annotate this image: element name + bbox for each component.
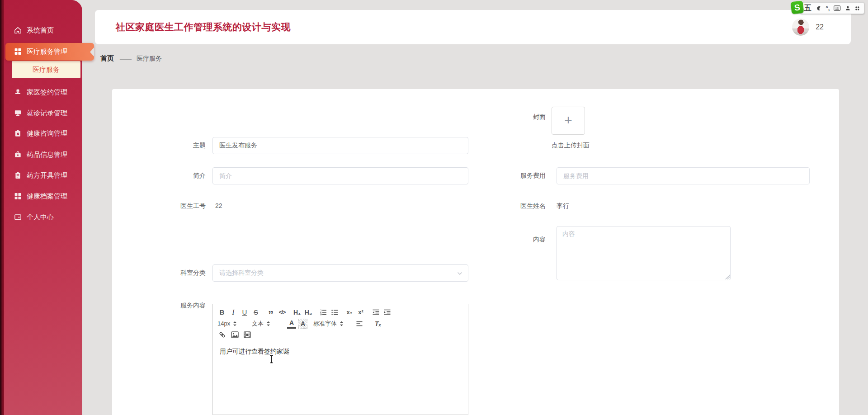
sidebar-item-label: 就诊记录管理 [27, 109, 67, 118]
sidebar-item-personal-center[interactable]: 个人中心 [4, 209, 82, 225]
content-textarea[interactable] [557, 226, 731, 280]
rich-text-editor: B I U S ” </> H₁ H₂ [212, 304, 468, 415]
bullet-list-button[interactable] [330, 307, 339, 317]
ordered-list-button[interactable] [319, 307, 328, 317]
stamp-icon [14, 89, 22, 96]
grid-icon [14, 193, 22, 200]
paragraph-format-select[interactable]: 文本 [252, 320, 281, 328]
sidebar-subitem-medical-service[interactable]: 医疗服务 [12, 61, 80, 78]
prescription-icon [14, 172, 22, 179]
ime-wubi-mode[interactable]: 五 [804, 5, 811, 12]
sidebar-panel: 系统首页 医疗服务管理 医疗服务 家医签约管理 [4, 0, 82, 415]
theme-input[interactable] [212, 137, 468, 154]
id-card-icon [14, 213, 22, 221]
strike-button[interactable]: S [251, 307, 260, 317]
text-color-button[interactable]: A [287, 319, 296, 329]
sidebar-item-health-archives[interactable]: 健康档案管理 [4, 188, 82, 204]
sidebar-item-medical-service-mgmt[interactable]: 医疗服务管理 [4, 43, 82, 60]
text-cursor [269, 355, 274, 363]
toolbox-grid-icon[interactable] [854, 5, 860, 12]
sidebar-item-label: 系统首页 [27, 26, 54, 35]
doctor-name-value: 李行 [557, 202, 569, 210]
department-select[interactable]: 请选择科室分类 [212, 264, 468, 282]
doctor-id-value: 22 [215, 202, 222, 209]
fee-label: 服务费用 [491, 172, 546, 180]
blockquote-button[interactable]: ” [266, 307, 275, 317]
department-label: 科室分类 [151, 269, 206, 277]
header2-button[interactable]: H₂ [304, 307, 313, 317]
outdent-button[interactable] [371, 307, 380, 317]
sidebar-item-family-doctor-sign[interactable]: 家医签约管理 [4, 84, 82, 100]
editor-text: 用户可进行查看签约家诞 [220, 348, 289, 355]
sidebar-item-home[interactable]: 系统首页 [4, 22, 82, 38]
sidebar-item-label: 个人中心 [27, 213, 54, 222]
sidebar-item-prescription[interactable]: 药方开具管理 [4, 167, 82, 184]
user-id-label: 22 [816, 23, 824, 31]
keyboard-icon[interactable] [834, 5, 840, 11]
sogou-logo[interactable]: S [791, 1, 804, 14]
sidebar: 系统首页 医疗服务管理 医疗服务 家医签约管理 [0, 0, 82, 415]
font-size-value: 14px [217, 320, 230, 327]
home-icon [14, 27, 22, 34]
italic-button[interactable]: I [229, 307, 238, 317]
font-size-select[interactable]: 14px [217, 320, 245, 327]
fee-input[interactable] [557, 167, 810, 184]
link-button[interactable] [217, 330, 226, 340]
ime-punct-mode[interactable]: °, [826, 5, 830, 11]
sidebar-item-health-consult[interactable]: 健康咨询管理 [4, 125, 82, 141]
sidebar-item-label: 健康咨询管理 [27, 129, 67, 138]
subscript-button[interactable]: x₂ [345, 307, 354, 317]
sidebar-item-label: 药品信息管理 [27, 151, 67, 159]
bold-button[interactable]: B [217, 307, 226, 317]
editor-content[interactable]: 用户可进行查看签约家诞 [213, 342, 468, 415]
indent-button[interactable] [382, 307, 392, 317]
monitor-icon [14, 109, 22, 117]
underline-button[interactable]: U [240, 307, 249, 317]
breadcrumb: 首页 —— 医疗服务 [100, 54, 162, 63]
font-family-select[interactable]: 标准字体 [313, 320, 349, 328]
department-placeholder: 请选择科室分类 [219, 269, 264, 277]
chevron-down-icon [457, 270, 463, 277]
page-title: 社区家庭医生工作管理系统的设计与实现 [116, 21, 291, 33]
updown-arrows-icon [340, 321, 344, 327]
sidebar-item-label: 医疗服务管理 [27, 47, 67, 56]
form-panel: 主题 简介 医生工号 22 科室分类 请选择科室分类 服务内容 B I U S … [112, 89, 839, 415]
font-family-value: 标准字体 [313, 320, 337, 328]
code-block-button[interactable]: </> [278, 307, 287, 317]
sidebar-item-visit-records[interactable]: 就诊记录管理 [4, 105, 82, 121]
cover-upload-hint: 点击上传封面 [552, 141, 590, 150]
clear-format-button[interactable]: Tₓ [373, 319, 382, 329]
sidebar-item-label: 家医签约管理 [27, 88, 67, 97]
superscript-button[interactable]: x² [356, 307, 365, 317]
image-button[interactable] [230, 330, 239, 340]
moon-icon[interactable] [816, 5, 822, 12]
breadcrumb-current: 医疗服务 [137, 55, 162, 63]
theme-label: 主题 [151, 141, 206, 150]
sidebar-item-label: 健康档案管理 [27, 192, 67, 201]
intro-input[interactable] [212, 167, 468, 184]
header1-button[interactable]: H₁ [292, 307, 302, 317]
doctor-id-label: 医生工号 [151, 202, 206, 210]
breadcrumb-home[interactable]: 首页 [100, 54, 114, 63]
cover-upload[interactable]: + [552, 107, 585, 135]
header: 社区家庭医生工作管理系统的设计与实现 22 [95, 10, 851, 44]
service-content-label: 服务内容 [151, 302, 206, 310]
doctor-name-label: 医生姓名 [491, 202, 546, 210]
user-icon[interactable] [845, 5, 851, 12]
align-button[interactable] [355, 319, 364, 329]
clipboard-x-icon [14, 130, 22, 137]
grid-icon [14, 48, 22, 56]
ime-tray-bar: 五 °, [800, 2, 864, 14]
plus-icon: + [564, 113, 572, 127]
sidebar-item-drug-info[interactable]: 药品信息管理 [4, 146, 82, 163]
medical-bag-icon [14, 151, 22, 159]
avatar[interactable] [792, 19, 809, 36]
updown-arrows-icon [233, 321, 237, 327]
editor-toolbar: B I U S ” </> H₁ H₂ [213, 304, 468, 342]
breadcrumb-separator: —— [120, 55, 131, 62]
sidebar-subitem-label: 医疗服务 [33, 66, 60, 74]
updown-arrows-icon [266, 321, 270, 327]
video-button[interactable] [243, 330, 252, 340]
sidebar-item-label: 药方开具管理 [27, 171, 67, 180]
background-color-button[interactable]: A [298, 319, 307, 329]
